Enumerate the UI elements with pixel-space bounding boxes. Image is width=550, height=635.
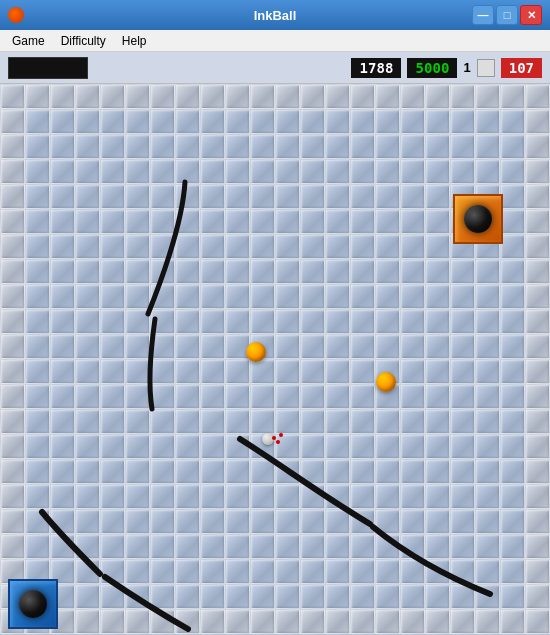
score-bar: 1788 5000 1 107 bbox=[0, 52, 550, 84]
app-icon bbox=[8, 7, 24, 23]
title-controls: — □ ✕ bbox=[472, 5, 542, 25]
game-area[interactable] bbox=[0, 84, 550, 635]
red-dot-3 bbox=[279, 433, 283, 437]
menu-bar: Game Difficulty Help bbox=[0, 30, 550, 52]
red-dot-1 bbox=[272, 436, 276, 440]
menu-help[interactable]: Help bbox=[114, 32, 155, 50]
blue-hole-inner bbox=[19, 590, 47, 618]
orange-hole-inner bbox=[464, 205, 492, 233]
minimize-button[interactable]: — bbox=[472, 5, 494, 25]
lives-count: 1 bbox=[463, 60, 470, 75]
red-dot-2 bbox=[276, 440, 280, 444]
ball-indicator bbox=[477, 59, 495, 77]
ball-2 bbox=[376, 372, 396, 392]
ink-canvas bbox=[0, 84, 550, 635]
menu-game[interactable]: Game bbox=[4, 32, 53, 50]
score-black-box bbox=[8, 57, 88, 79]
ball-1 bbox=[246, 342, 266, 362]
score-107: 107 bbox=[501, 58, 542, 78]
orange-hole bbox=[453, 194, 503, 244]
menu-difficulty[interactable]: Difficulty bbox=[53, 32, 114, 50]
window-title: InkBall bbox=[254, 8, 297, 23]
score-5000: 5000 bbox=[407, 58, 457, 78]
title-bar-left bbox=[8, 7, 24, 23]
close-button[interactable]: ✕ bbox=[520, 5, 542, 25]
title-bar: InkBall — □ ✕ bbox=[0, 0, 550, 30]
maximize-button[interactable]: □ bbox=[496, 5, 518, 25]
score-1788: 1788 bbox=[351, 58, 401, 78]
blue-hole bbox=[8, 579, 58, 629]
